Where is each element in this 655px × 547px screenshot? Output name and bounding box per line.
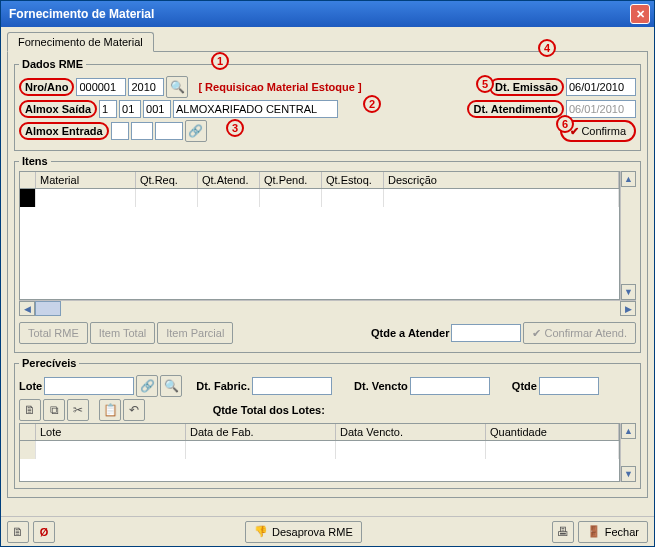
almox-saida-b[interactable]: [119, 100, 141, 118]
qtde-atender-label: Qtde a Atender: [371, 327, 449, 339]
lotes-grid-header: Lote Data de Fab. Data Vencto. Quantidad…: [20, 424, 619, 441]
dt-emissao-label: Dt. Emissão: [489, 78, 564, 96]
printer-icon: 🖶: [557, 525, 569, 539]
titlebar: Fornecimento de Material ✕: [1, 1, 654, 27]
lote-search-button[interactable]: 🔍: [160, 375, 182, 397]
itens-group: Itens Material Qt.Req. Qt.Atend. Qt.Pend…: [14, 155, 641, 353]
callout-4: 4: [538, 39, 556, 57]
pereciveis-group: Perecíveis Lote 🔗 🔍 Dt. Fabric. Dt. Venc…: [14, 357, 641, 489]
toolbar-btn-2[interactable]: ⧉: [43, 399, 65, 421]
copy-icon: ⧉: [50, 403, 59, 417]
almox-entrada-lookup-button[interactable]: 🔗: [185, 120, 207, 142]
nro-ano-lookup-button[interactable]: 🔍: [166, 76, 188, 98]
scroll-up-icon[interactable]: ▲: [621, 423, 636, 439]
itens-hscroll[interactable]: ◀ ▶: [19, 300, 636, 316]
bottom-block-button[interactable]: Ø: [33, 521, 55, 543]
item-total-button[interactable]: Item Total: [90, 322, 156, 344]
callout-3: 3: [226, 119, 244, 137]
table-row[interactable]: [20, 441, 619, 459]
toolbar-btn-4[interactable]: 📋: [99, 399, 121, 421]
callout-1: 1: [211, 52, 229, 70]
col-fab[interactable]: Data de Fab.: [186, 424, 336, 440]
lotes-vscroll[interactable]: ▲ ▼: [620, 423, 636, 482]
almox-saida-a[interactable]: [99, 100, 117, 118]
toolbar-btn-5[interactable]: ↶: [123, 399, 145, 421]
item-parcial-button[interactable]: Item Parcial: [157, 322, 233, 344]
tab-fornecimento[interactable]: Fornecimento de Material: [7, 32, 154, 52]
col-venc[interactable]: Data Vencto.: [336, 424, 486, 440]
desaprova-rme-button[interactable]: 👎Desaprova RME: [245, 521, 362, 543]
almox-saida-label: Almox Saída: [19, 100, 97, 118]
almox-entrada-c[interactable]: [155, 122, 183, 140]
itens-grid-header: Material Qt.Req. Qt.Atend. Qt.Pend. Qt.E…: [20, 172, 619, 189]
almox-entrada-b[interactable]: [131, 122, 153, 140]
col-desc[interactable]: Descrição: [384, 172, 619, 188]
col-qtatend[interactable]: Qt.Atend.: [198, 172, 260, 188]
dt-vencto-input[interactable]: [410, 377, 490, 395]
callout-6: 6: [556, 115, 574, 133]
col-qtestq[interactable]: Qt.Estoq.: [322, 172, 384, 188]
print-button[interactable]: 🖶: [552, 521, 574, 543]
almox-saida-nome[interactable]: [173, 100, 338, 118]
delete-icon: ✂: [73, 403, 83, 417]
dt-vencto-label: Dt. Vencto: [354, 380, 408, 392]
lote-link-button[interactable]: 🔗: [136, 375, 158, 397]
hscroll-thumb[interactable]: [35, 301, 61, 316]
paste-icon: 📋: [103, 403, 118, 417]
almox-entrada-a[interactable]: [111, 122, 129, 140]
search-icon: 🔍: [164, 379, 179, 393]
almox-entrada-label: Almox Entrada: [19, 122, 109, 140]
confirmar-atend-label: Confirmar Atend.: [544, 327, 627, 339]
toolbar-btn-3[interactable]: ✂: [67, 399, 89, 421]
table-row[interactable]: [20, 189, 619, 207]
col-lote[interactable]: Lote: [36, 424, 186, 440]
qtde-atender-input[interactable]: [451, 324, 521, 342]
col-qtreq[interactable]: Qt.Req.: [136, 172, 198, 188]
desaprova-label: Desaprova RME: [272, 526, 353, 538]
itens-vscroll[interactable]: ▲ ▼: [620, 171, 636, 300]
fechar-label: Fechar: [605, 526, 639, 538]
pereciveis-legend: Perecíveis: [19, 357, 79, 369]
ano-input[interactable]: [128, 78, 164, 96]
confirma-label: Confirma: [581, 125, 626, 137]
scroll-up-icon[interactable]: ▲: [621, 171, 636, 187]
scroll-down-icon[interactable]: ▼: [621, 284, 636, 300]
qtde-input[interactable]: [539, 377, 599, 395]
nro-ano-label: Nro/Ano: [19, 78, 74, 96]
qtde-label: Qtde: [512, 380, 537, 392]
col-material[interactable]: Material: [36, 172, 136, 188]
toolbar-btn-1[interactable]: 🗎: [19, 399, 41, 421]
door-icon: 🚪: [587, 525, 601, 538]
lotes-grid-body[interactable]: [20, 441, 619, 481]
dados-rme-group: Dados RME Nro/Ano 🔍 [ Requisicao Materia…: [14, 58, 641, 151]
col-qtpend[interactable]: Qt.Pend.: [260, 172, 322, 188]
fechar-button[interactable]: 🚪Fechar: [578, 521, 648, 543]
callout-2: 2: [363, 95, 381, 113]
itens-grid-body[interactable]: [20, 189, 619, 299]
scroll-left-icon[interactable]: ◀: [19, 301, 35, 316]
doc-icon: 🗎: [24, 403, 36, 417]
scroll-right-icon[interactable]: ▶: [620, 301, 636, 316]
dt-fabric-input[interactable]: [252, 377, 332, 395]
doc-icon: 🗎: [12, 525, 24, 539]
close-button[interactable]: ✕: [630, 4, 650, 24]
qtde-total-lotes-label: Qtde Total dos Lotes:: [147, 404, 391, 416]
confirmar-atend-button[interactable]: ✔Confirmar Atend.: [523, 322, 636, 344]
block-icon: Ø: [40, 526, 49, 538]
check-icon: ✔: [532, 327, 541, 340]
itens-legend: Itens: [19, 155, 51, 167]
bottom-doc-button[interactable]: 🗎: [7, 521, 29, 543]
search-icon: 🔍: [170, 80, 185, 94]
scroll-down-icon[interactable]: ▼: [621, 466, 636, 482]
total-rme-button[interactable]: Total RME: [19, 322, 88, 344]
link-icon: 🔗: [140, 379, 155, 393]
col-qtd[interactable]: Quantidade: [486, 424, 619, 440]
link-icon: 🔗: [188, 124, 203, 138]
dt-emissao-input[interactable]: [566, 78, 636, 96]
lote-input[interactable]: [44, 377, 134, 395]
lotes-grid[interactable]: Lote Data de Fab. Data Vencto. Quantidad…: [19, 423, 620, 482]
itens-grid[interactable]: Material Qt.Req. Qt.Atend. Qt.Pend. Qt.E…: [19, 171, 620, 300]
nro-input[interactable]: [76, 78, 126, 96]
window: Fornecimento de Material ✕ 1 2 3 4 5 6 F…: [0, 0, 655, 547]
almox-saida-c[interactable]: [143, 100, 171, 118]
